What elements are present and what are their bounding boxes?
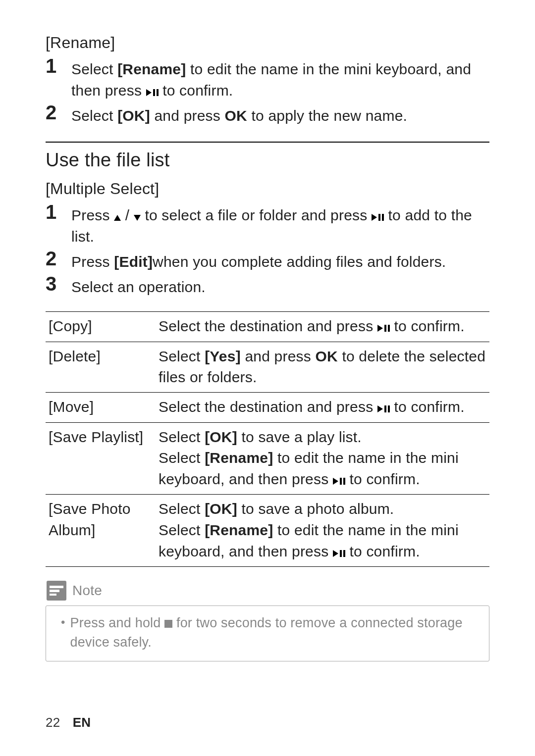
op-desc: Select the destination and press to conf… bbox=[156, 392, 489, 422]
op-name: [Delete] bbox=[46, 342, 156, 392]
note-icon bbox=[47, 581, 66, 601]
table-row: [Delete] Select [Yes] and press OK to de… bbox=[46, 342, 489, 392]
stop-icon bbox=[164, 614, 172, 633]
op-name: [Save Photo Album] bbox=[46, 495, 156, 567]
step-text: Select an operation. bbox=[71, 274, 206, 298]
manual-page: [Rename] 1 Select [Rename] to edit the n… bbox=[0, 0, 535, 756]
op-desc: Select [OK] to save a photo album. Selec… bbox=[156, 495, 489, 567]
language-code: EN bbox=[73, 715, 91, 730]
page-number: 22 bbox=[46, 715, 60, 730]
play-pause-icon bbox=[333, 542, 345, 563]
play-pause-icon bbox=[372, 205, 384, 227]
step-number: 1 bbox=[46, 202, 71, 222]
step-text: Select [Rename] to edit the name in the … bbox=[71, 56, 489, 101]
multiple-select-subtitle: [Multiple Select] bbox=[46, 180, 489, 198]
note-label: Note bbox=[72, 583, 102, 599]
use-file-list-heading: Use the file list bbox=[46, 150, 489, 171]
up-icon bbox=[114, 205, 121, 227]
step-number: 1 bbox=[46, 56, 71, 76]
table-row: [Move] Select the destination and press … bbox=[46, 392, 489, 422]
step-number: 2 bbox=[46, 249, 71, 268]
op-name: [Move] bbox=[46, 392, 156, 422]
play-pause-icon bbox=[377, 316, 390, 338]
multiple-select-steps: 1 Press / to select a file or folder and… bbox=[46, 202, 489, 298]
play-pause-icon bbox=[377, 397, 390, 418]
step-text: Press [Edit]when you complete adding fil… bbox=[71, 249, 446, 273]
play-pause-icon bbox=[146, 81, 159, 102]
table-row: [Copy] Select the destination and press … bbox=[46, 312, 489, 342]
note-body: Press and hold for two seconds to remove… bbox=[46, 605, 489, 661]
step-text: Select [OK] and press OK to apply the ne… bbox=[71, 102, 407, 127]
table-row: [Save Photo Album] Select [OK] to save a… bbox=[46, 495, 489, 567]
operations-table: [Copy] Select the destination and press … bbox=[46, 311, 489, 567]
table-row: [Save Playlist] Select [OK] to save a pl… bbox=[46, 422, 489, 495]
step-text: Press / to select a file or folder and p… bbox=[71, 202, 489, 248]
note-header: Note bbox=[46, 581, 489, 601]
op-desc: Select the destination and press to conf… bbox=[156, 312, 489, 342]
op-name: [Save Playlist] bbox=[46, 422, 156, 495]
page-footer: 22 EN bbox=[46, 715, 91, 730]
section-divider bbox=[46, 142, 489, 143]
step-number: 2 bbox=[46, 102, 71, 122]
op-name: [Copy] bbox=[46, 312, 156, 342]
rename-subtitle: [Rename] bbox=[46, 34, 489, 52]
note-box: Note Press and hold for two seconds to r… bbox=[46, 581, 489, 661]
op-desc: Select [OK] to save a play list. Select … bbox=[156, 422, 489, 495]
down-icon bbox=[134, 205, 141, 227]
op-desc: Select [Yes] and press OK to delete the … bbox=[156, 342, 489, 392]
play-pause-icon bbox=[333, 469, 345, 491]
rename-steps: 1 Select [Rename] to edit the name in th… bbox=[46, 56, 489, 127]
step-number: 3 bbox=[46, 274, 71, 294]
